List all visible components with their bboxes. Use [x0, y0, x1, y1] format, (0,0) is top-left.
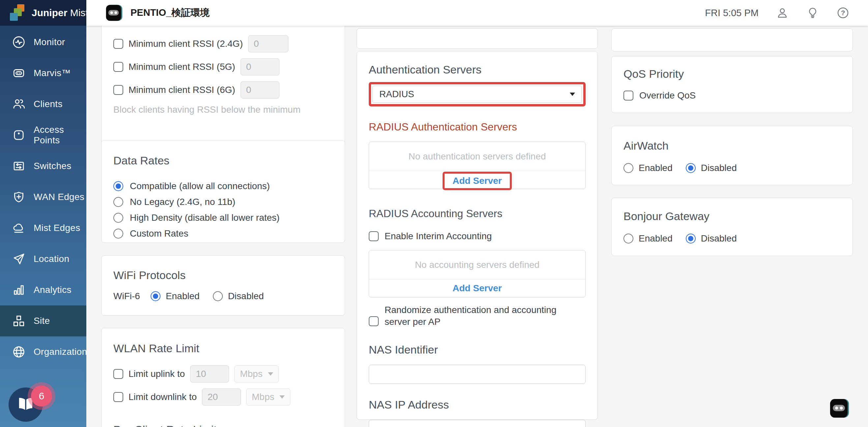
switch-icon	[12, 159, 26, 173]
sidebar-item-label: Access Points	[34, 125, 86, 146]
whats-new-button[interactable]: 6	[8, 388, 43, 422]
add-accounting-server-button[interactable]: Add Server	[453, 283, 501, 294]
wifi-protocols-card: WiFi Protocols WiFi-6 Enabled Disabled	[101, 255, 345, 316]
nas-ip-title: NAS IP Address	[369, 398, 586, 411]
bonjour-enabled-option[interactable]: Enabled	[623, 233, 673, 244]
radius-auth-servers-title: RADIUS Authentication Servers	[369, 121, 586, 133]
bar-chart-icon	[12, 283, 26, 297]
wifi6-enabled-option[interactable]: Enabled	[151, 291, 200, 302]
limit-downlink-checkbox[interactable]	[113, 392, 123, 402]
sidebar-item-label: Location	[34, 254, 69, 264]
uplink-unit-select[interactable]: Mbps	[234, 365, 278, 383]
data-rate-option-high-density[interactable]: High Density (disable all lower rates)	[113, 210, 333, 226]
limit-downlink-input[interactable]: 20	[202, 389, 241, 405]
sidebar-item-label: WAN Edges	[34, 192, 84, 202]
radio-high-density[interactable]	[113, 213, 123, 223]
min-rssi-6-label: Minimum client RSSI (6G)	[128, 85, 235, 95]
wifi6-label: WiFi-6	[113, 291, 140, 302]
sidebar-item-location[interactable]: Location	[0, 243, 86, 274]
limit-downlink-label: Limit downlink to	[128, 392, 197, 402]
limit-uplink-label: Limit uplink to	[128, 369, 185, 379]
sidebar-item-access-points[interactable]: Access Points	[0, 120, 86, 151]
sidebar-item-wan-edges[interactable]: WAN Edges	[0, 182, 86, 213]
whats-new-bulb-icon[interactable]	[806, 6, 819, 20]
bonjour-disabled-option[interactable]: Disabled	[686, 233, 737, 244]
limit-uplink-row: Limit uplink to 10 Mbps	[113, 365, 333, 383]
whats-new-badge: 6	[31, 386, 52, 406]
annotation-box-radius-dropdown: RADIUS	[369, 82, 586, 106]
airwatch-disabled-radio[interactable]	[686, 163, 696, 173]
wifi6-disabled-option[interactable]: Disabled	[213, 291, 264, 302]
account-icon[interactable]	[776, 6, 789, 20]
sidebar-item-site[interactable]: Site	[0, 305, 86, 336]
randomize-server-checkbox[interactable]	[369, 316, 379, 326]
airwatch-title: AirWatch	[623, 140, 841, 152]
wifi6-enabled-radio[interactable]	[151, 291, 160, 301]
limit-uplink-input[interactable]: 10	[190, 365, 229, 383]
org-squares-icon	[12, 314, 26, 328]
radio-custom-rates[interactable]	[113, 228, 123, 239]
globe-icon	[12, 345, 26, 359]
auth-server-type-select[interactable]: RADIUS	[372, 86, 582, 103]
org-name[interactable]: PENTIO_検証環境	[130, 6, 210, 20]
limit-uplink-checkbox[interactable]	[113, 369, 123, 379]
sidebar-item-organization[interactable]: Organization	[0, 336, 86, 367]
auth-servers-list: No authentication servers defined Add Se…	[369, 142, 586, 189]
min-rssi-5-row: Minimum client RSSI (5G) 0	[113, 58, 333, 76]
rssi-card: Minimum client RSSI (2.4G) 0 Minimum cli…	[101, 21, 345, 153]
data-rate-option-custom[interactable]: Custom Rates	[113, 226, 333, 242]
sidebar-item-clients[interactable]: Clients	[0, 89, 86, 120]
min-rssi-5-input[interactable]: 0	[241, 58, 279, 75]
annotation-box-add-server: Add Server	[442, 172, 512, 190]
wifi6-disabled-radio[interactable]	[213, 291, 223, 301]
interim-accounting-checkbox[interactable]	[369, 231, 379, 241]
sidebar-item-label: Clients	[34, 99, 63, 110]
data-rate-option-compatible[interactable]: Compatible (allow all connections)	[113, 178, 333, 194]
juniper-mist-logo[interactable]: Juniper Mist™	[0, 0, 86, 26]
clients-icon	[12, 97, 26, 111]
sidebar-item-switches[interactable]: Switches	[0, 151, 86, 182]
min-rssi-24-row: Minimum client RSSI (2.4G) 0	[113, 35, 333, 53]
override-qos-row: Override QoS	[623, 90, 841, 101]
accounting-servers-list: No accounting servers defined Add Server	[369, 250, 586, 298]
min-rssi-6-checkbox[interactable]	[113, 85, 123, 95]
downlink-unit-select[interactable]: Mbps	[246, 389, 290, 405]
override-qos-checkbox[interactable]	[623, 91, 633, 100]
min-rssi-24-input[interactable]: 0	[248, 35, 288, 52]
marvis-chat-button[interactable]	[829, 397, 850, 419]
bonjour-disabled-radio[interactable]	[686, 234, 696, 243]
radius-accounting-servers-title: RADIUS Accounting Servers	[369, 208, 586, 220]
sidebar-nav: Monitor Marvis™ Clients Access Points Sw…	[0, 27, 86, 367]
min-rssi-5-checkbox[interactable]	[113, 62, 123, 72]
access-point-icon	[12, 128, 26, 142]
airwatch-enabled-radio[interactable]	[623, 163, 633, 173]
min-rssi-5-label: Minimum client RSSI (5G)	[128, 62, 235, 72]
sidebar-item-mist-edges[interactable]: Mist Edges	[0, 213, 86, 243]
min-rssi-6-input[interactable]: 0	[241, 81, 279, 98]
bonjour-enabled-radio[interactable]	[623, 234, 633, 243]
sidebar: Juniper Mist™ Monitor Marvis™ Clients Ac…	[0, 0, 86, 427]
limit-downlink-row: Limit downlink to 20 Mbps	[113, 388, 333, 406]
per-client-rate-limit-title: Per-Client Rate Limit	[113, 423, 333, 427]
data-rate-option-no-legacy[interactable]: No Legacy (2.4G, no 11b)	[113, 194, 333, 210]
marvis-org-icon[interactable]	[105, 4, 123, 22]
partial-card-middle	[356, 28, 598, 49]
min-rssi-24-checkbox[interactable]	[113, 39, 123, 49]
sidebar-item-label: Switches	[34, 161, 71, 171]
sidebar-item-label: Marvis™	[34, 68, 71, 79]
sidebar-item-label: Mist Edges	[34, 223, 81, 233]
min-rssi-6-row: Minimum client RSSI (6G) 0	[113, 81, 333, 99]
radio-no-legacy[interactable]	[113, 197, 123, 207]
marvis-robot-icon	[12, 66, 26, 80]
nas-identifier-input[interactable]	[369, 365, 586, 384]
sidebar-item-monitor[interactable]: Monitor	[0, 27, 86, 58]
sidebar-item-analytics[interactable]: Analytics	[0, 274, 86, 305]
help-icon[interactable]: ?	[836, 6, 849, 20]
sidebar-item-marvis[interactable]: Marvis™	[0, 58, 86, 89]
nas-ip-input[interactable]	[369, 420, 586, 427]
airwatch-disabled-option[interactable]: Disabled	[686, 163, 737, 173]
radio-compatible[interactable]	[113, 181, 123, 191]
add-auth-server-button[interactable]: Add Server	[453, 176, 501, 186]
airwatch-enabled-option[interactable]: Enabled	[623, 163, 673, 173]
sidebar-item-label: Site	[34, 316, 50, 326]
